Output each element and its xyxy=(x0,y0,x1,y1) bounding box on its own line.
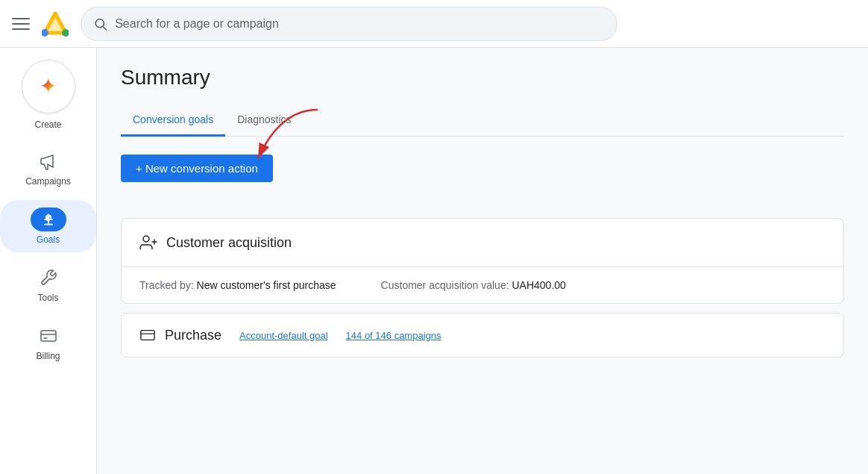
tools-icon xyxy=(40,269,57,287)
sidebar-item-tools[interactable]: Tools xyxy=(0,258,96,311)
customer-acquisition-title: Customer acquisition xyxy=(166,235,292,251)
acquisition-value: UAH400.00 xyxy=(512,279,565,291)
menu-icon[interactable] xyxy=(12,15,30,33)
sidebar-item-billing[interactable]: Billing xyxy=(0,316,96,369)
tab-conversion-goals[interactable]: Conversion goals xyxy=(121,105,225,137)
plus-icon: ✦ xyxy=(40,76,57,97)
goals-icon-bg xyxy=(31,208,66,231)
svg-rect-7 xyxy=(41,331,56,341)
tracked-by-label: Tracked by: xyxy=(139,279,194,291)
purchase-card-header: Purchase Account-default goal 144 of 146… xyxy=(122,314,843,357)
customer-acquisition-icon xyxy=(139,234,157,252)
purchase-campaign-count[interactable]: 144 of 146 campaigns xyxy=(346,330,441,341)
search-input[interactable] xyxy=(115,17,605,31)
tracked-by-field: Tracked by: New customer's first purchas… xyxy=(139,279,336,291)
sidebar-item-tools-label: Tools xyxy=(37,293,58,303)
purchase-badge[interactable]: Account-default goal xyxy=(239,330,328,341)
tracked-by-value: New customer's first purchase xyxy=(197,279,336,291)
tools-icon-wrapper xyxy=(31,266,66,290)
billing-icon-wrapper xyxy=(31,324,66,348)
customer-acquisition-card: Customer acquisition Tracked by: New cus… xyxy=(121,218,844,304)
billing-icon xyxy=(40,327,57,345)
campaigns-icon xyxy=(40,152,57,170)
purchase-icon xyxy=(139,327,156,343)
svg-line-5 xyxy=(103,26,106,29)
topbar xyxy=(0,0,868,48)
svg-rect-12 xyxy=(141,331,154,340)
card-header-customer-acquisition: Customer acquisition xyxy=(122,219,843,267)
new-conversion-action-button[interactable]: + New conversion action xyxy=(121,155,273,182)
purchase-title: Purchase xyxy=(165,328,221,343)
acquisition-value-label: Customer acquisition value: xyxy=(381,279,509,291)
card-body-customer-acquisition: Tracked by: New customer's first purchas… xyxy=(122,267,843,303)
create-button[interactable]: ✦ xyxy=(22,60,75,113)
sidebar-item-campaigns-label: Campaigns xyxy=(25,176,71,187)
main-layout: ✦ Create Campaigns xyxy=(0,48,868,474)
sidebar-item-billing-label: Billing xyxy=(36,351,60,361)
create-label: Create xyxy=(34,119,61,130)
google-ads-logo xyxy=(42,10,69,37)
acquisition-value-field: Customer acquisition value: UAH400.00 xyxy=(381,279,566,291)
purchase-card: Purchase Account-default goal 144 of 146… xyxy=(121,313,844,358)
campaigns-icon-wrapper xyxy=(31,149,66,173)
goals-icon-wrapper xyxy=(31,208,66,231)
page-title: Summary xyxy=(121,66,844,90)
search-icon xyxy=(93,16,107,31)
search-bar[interactable] xyxy=(81,7,617,41)
content-area: Summary Conversion goals Diagnostics + N… xyxy=(97,48,868,474)
goals-icon xyxy=(41,212,56,227)
sidebar: ✦ Create Campaigns xyxy=(0,48,97,474)
sidebar-item-goals-label: Goals xyxy=(37,234,60,245)
tab-diagnostics[interactable]: Diagnostics xyxy=(225,105,303,137)
tabs: Conversion goals Diagnostics xyxy=(121,105,844,137)
sidebar-item-campaigns[interactable]: Campaigns xyxy=(0,142,96,194)
sidebar-item-goals[interactable]: Goals xyxy=(0,200,96,252)
svg-point-11 xyxy=(143,236,149,242)
